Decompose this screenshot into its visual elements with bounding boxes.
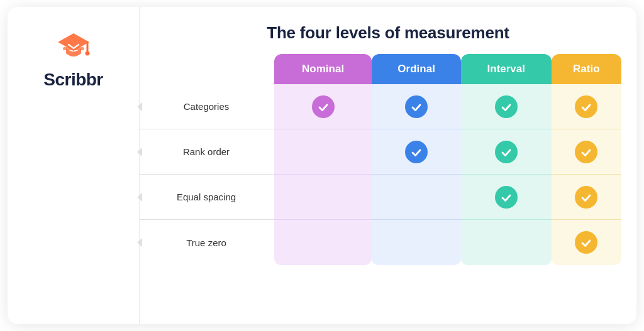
cell-3-2 — [461, 220, 552, 265]
check-circle — [405, 141, 428, 163]
measurement-table: Nominal Ordinal Interval Ratio — [140, 54, 621, 265]
label-header — [140, 54, 274, 84]
cell-2-1 — [372, 175, 461, 220]
page-title: The four levels of measurement — [140, 7, 636, 54]
cell-2-2 — [461, 175, 552, 220]
cell-0-2 — [461, 84, 552, 129]
header-ordinal: Ordinal — [372, 54, 461, 84]
check-circle — [405, 95, 428, 118]
header-ratio: Ratio — [552, 54, 621, 84]
cell-2-0 — [274, 175, 372, 220]
cell-3-1 — [372, 220, 461, 265]
main-card: Scribbr The four levels of measurement N… — [8, 7, 636, 324]
sidebar: Scribbr — [8, 7, 140, 324]
empty-cell — [312, 139, 335, 162]
table-row: Equal spacing — [140, 175, 621, 220]
check-circle — [495, 141, 518, 163]
check-circle — [575, 186, 597, 209]
empty-cell — [405, 230, 428, 252]
main-content: The four levels of measurement Nominal O… — [140, 7, 636, 324]
check-circle — [495, 95, 518, 118]
logo: Scribbr — [43, 27, 103, 90]
cell-1-3 — [552, 129, 621, 175]
row-label-2: Equal spacing — [140, 175, 274, 220]
empty-cell — [312, 230, 335, 252]
cell-0-0 — [274, 84, 372, 129]
cell-0-1 — [372, 84, 461, 129]
check-circle — [575, 231, 597, 254]
cell-2-3 — [552, 175, 621, 220]
cell-3-0 — [274, 220, 372, 265]
check-circle — [575, 141, 597, 163]
table-wrap: Nominal Ordinal Interval Ratio — [140, 54, 636, 324]
cell-1-1 — [372, 129, 461, 175]
cell-1-2 — [461, 129, 552, 175]
check-circle — [495, 186, 518, 209]
table-row: True zero — [140, 220, 621, 265]
table-row: Categories — [140, 84, 621, 129]
cell-3-3 — [552, 220, 621, 265]
empty-cell — [312, 185, 335, 207]
table-row: Rank order — [140, 129, 621, 175]
row-label-1: Rank order — [140, 129, 274, 175]
check-circle — [312, 95, 335, 118]
header-interval: Interval — [461, 54, 552, 84]
cell-0-3 — [552, 84, 621, 129]
svg-point-3 — [85, 52, 89, 56]
empty-cell — [495, 230, 518, 252]
row-label-0: Categories — [140, 84, 274, 129]
logo-icon — [55, 27, 92, 65]
header-nominal: Nominal — [274, 54, 372, 84]
cell-1-0 — [274, 129, 372, 175]
row-label-3: True zero — [140, 220, 274, 265]
logo-text: Scribbr — [43, 70, 103, 90]
check-circle — [575, 95, 597, 118]
empty-cell — [405, 185, 428, 207]
